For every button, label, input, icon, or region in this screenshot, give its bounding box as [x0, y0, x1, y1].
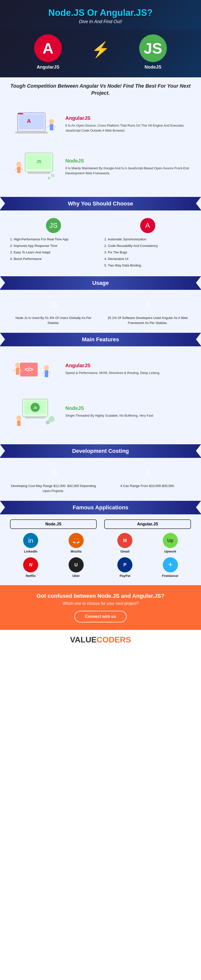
svg-point-18 — [48, 177, 50, 179]
header-section: Node.JS Or Angular.JS? Dive In And Find … — [0, 0, 201, 29]
angular-usage-icon: A — [140, 298, 155, 312]
svg-point-17 — [51, 173, 55, 178]
node-features-card: NodeJS Single-Threaded By Highly Scalabl… — [10, 394, 191, 429]
angular-features-card: </> AngularJS Speed & Performance, MVW, … — [10, 352, 191, 387]
svg-rect-2 — [18, 113, 23, 114]
features-banner-right-arrow — [196, 333, 201, 346]
svg-rect-37 — [17, 420, 21, 426]
node-svg: JS — [13, 150, 58, 183]
list-item: 3. Easy To Learn And Adapt — [10, 249, 69, 256]
cta-section: Got confused between Node.JS and Angular… — [0, 585, 201, 630]
svg-point-13 — [16, 162, 21, 167]
list-item: 1. High-Performance For Real-Time App — [10, 236, 69, 243]
netflix-app: N Netflix — [10, 557, 51, 578]
cta-subtitle: Which one to choose for your next projec… — [10, 601, 191, 606]
node-apps-header: Node.JS — [10, 519, 97, 529]
angular-costing-card: A It Can Range From $10,000-$30,000. — [104, 465, 191, 493]
freelancer-app: ✈ Freelancer — [150, 557, 191, 578]
apps-banner-right-arrow — [196, 501, 201, 514]
footer-section: VALUECODERS — [0, 630, 201, 649]
node-label: NodeJS — [145, 65, 161, 70]
page-title: Node.JS Or Angular.JS? — [5, 8, 196, 18]
svg-line-28 — [48, 371, 51, 374]
list-item: 1. Automatic Synchronization — [104, 236, 158, 243]
gmail-label: Gmail — [120, 549, 129, 553]
svg-line-27 — [42, 371, 45, 374]
features-banner: Main Features — [0, 333, 201, 346]
costing-banner: Development Costing — [0, 444, 201, 458]
svg-rect-1 — [19, 114, 44, 129]
upwork-label: Upwork — [164, 549, 176, 553]
svg-line-7 — [47, 125, 50, 128]
usage-banner-right-arrow — [196, 276, 201, 290]
node-logo-circle: JS — [139, 34, 167, 62]
freelancer-label: Freelancer — [162, 574, 179, 578]
node-logo-block: JS NodeJS — [115, 34, 191, 70]
svg-rect-22 — [16, 368, 19, 375]
freelancer-icon: ✈ — [163, 557, 178, 573]
svg-line-8 — [53, 125, 56, 127]
costing-section: JS Developing Cost May Range $12,000- $4… — [0, 458, 201, 501]
list-item: 4. Declarative UI — [104, 256, 158, 262]
list-item: 2. Improves App Response Time — [10, 243, 69, 249]
paypal-app: P PayPal — [104, 557, 146, 578]
netflix-icon: N — [23, 557, 38, 573]
features-title: Main Features — [3, 336, 198, 343]
footer-coders-text: CODERS — [97, 635, 131, 644]
uber-icon: U — [69, 557, 84, 573]
svg-rect-14 — [17, 167, 21, 173]
page-subtitle: Dive In And Find Out! — [5, 19, 196, 24]
list-item: 4. Boost Performance — [10, 256, 69, 262]
angular-why-list: 1. Automatic Synchronization2. Code Reus… — [104, 236, 158, 269]
angular-logo-circle: A — [34, 34, 62, 62]
connect-button[interactable]: Connect with us — [74, 611, 127, 622]
costing-banner-left-arrow — [0, 444, 5, 457]
svg-point-36 — [16, 415, 21, 420]
svg-point-35 — [46, 420, 50, 425]
node-features-body: Single-Threaded By Highly Scalable, No B… — [65, 413, 191, 418]
usage-banner: Usage — [0, 276, 201, 290]
node-usage-icon: JS — [46, 298, 61, 312]
apps-section: Node.JS in LinkedIn 🦊 Mozilla N — [0, 514, 201, 585]
footer-value-text: VALUE — [70, 635, 97, 644]
node-why-list: 1. High-Performance For Real-Time App2. … — [10, 236, 69, 262]
banner-right-arrow — [196, 197, 201, 210]
angular-desc-text: AngularJS It Is An Open-Source, Cross-Pl… — [65, 115, 191, 133]
apps-title: Famous Applications — [3, 504, 198, 511]
node-features-title: NodeJS — [65, 406, 191, 411]
linkedin-app: in LinkedIn — [10, 533, 51, 553]
svg-text:A: A — [27, 118, 31, 124]
node-apps-icons: in LinkedIn 🦊 Mozilla N Netflix — [10, 533, 97, 578]
angular-desc-card: A AngularJS It Is An Open-Source, Cross-… — [10, 107, 191, 142]
angular-logo-block: A AngularJS — [10, 34, 86, 70]
angular-why-icon: A — [140, 218, 155, 233]
node-costing-card: JS Developing Cost May Range $12,000- $4… — [10, 465, 97, 493]
node-usage-text: Node.Js Is Used By 51.4% Of Users Global… — [10, 315, 97, 325]
svg-line-15 — [14, 168, 17, 170]
uber-app: U Uber — [56, 557, 97, 578]
angular-svg: A — [13, 108, 58, 140]
node-apps-col: Node.JS in LinkedIn 🦊 Mozilla N — [10, 519, 97, 578]
why-angular-col: A 1. Automatic Synchronization2. Code Re… — [104, 218, 191, 269]
apps-grid: Node.JS in LinkedIn 🦊 Mozilla N — [10, 519, 191, 578]
angular-usage-text: 25.1% Of Software Developers Used Angula… — [104, 315, 191, 325]
node-usage-card: JS Node.Js Is Used By 51.4% Of Users Glo… — [10, 298, 97, 325]
angular-features-svg: </> — [13, 353, 58, 385]
list-item: 3. Fix The Bugs — [104, 249, 158, 256]
angular-apps-col: Angular.JS M Gmail Up Upwork P — [104, 519, 191, 578]
angular-features-title: AngularJS — [65, 363, 191, 368]
costing-title: Development Costing — [3, 448, 198, 454]
node-illustration: JS — [10, 149, 60, 185]
why-choose-title: Why You Should Choose — [3, 200, 198, 207]
lightning-icon: ⚡ — [91, 41, 110, 59]
angular-illustration: A — [10, 107, 60, 142]
intro-section: Tough Competition Between Angular Vs Nod… — [0, 77, 201, 102]
list-item: 2. Code Reusability And Consistency — [104, 243, 158, 249]
paypal-label: PayPal — [120, 574, 131, 578]
angular-usage-card: A 25.1% Of Software Developers Used Angu… — [104, 298, 191, 325]
svg-line-16 — [21, 168, 23, 170]
svg-point-21 — [15, 363, 20, 368]
banner-left-arrow — [0, 197, 5, 210]
footer-brand: VALUECODERS — [5, 635, 196, 644]
svg-rect-12 — [28, 172, 50, 174]
